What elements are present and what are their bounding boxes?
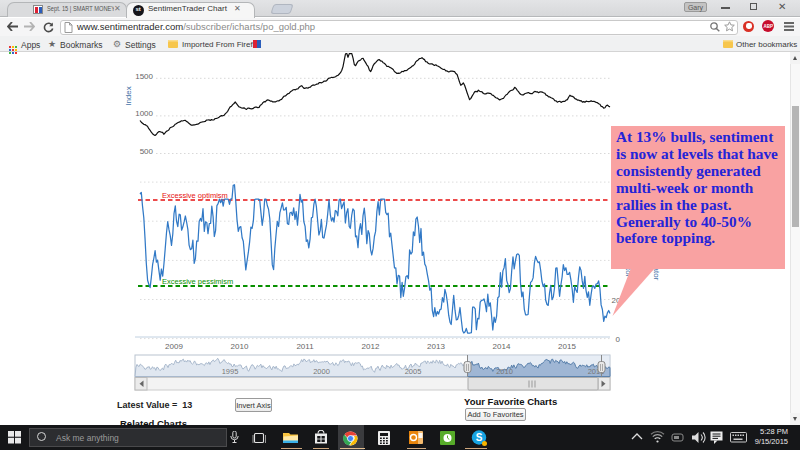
svg-text:Excessive optimism: Excessive optimism (162, 191, 228, 200)
svg-text:2000: 2000 (313, 367, 330, 376)
svg-text:2015: 2015 (558, 342, 576, 351)
svg-text:S: S (476, 432, 483, 443)
svg-text:2010: 2010 (496, 367, 513, 376)
svg-text:500: 500 (140, 147, 154, 156)
svg-text:0: 0 (616, 335, 621, 344)
svg-text:2005: 2005 (405, 367, 422, 376)
svg-text:1995: 1995 (222, 367, 239, 376)
svg-text:2011: 2011 (296, 342, 314, 351)
svg-text:2010: 2010 (231, 342, 249, 351)
svg-text:2012: 2012 (362, 342, 380, 351)
svg-text:Excessive pessimism: Excessive pessimism (162, 277, 233, 286)
svg-text:2014: 2014 (493, 342, 511, 351)
svg-text:1000: 1000 (135, 109, 153, 118)
svg-text:1500: 1500 (135, 72, 153, 81)
svg-text:2013: 2013 (427, 342, 445, 351)
svg-text:Index: Index (124, 86, 133, 106)
svg-text:2009: 2009 (165, 342, 183, 351)
